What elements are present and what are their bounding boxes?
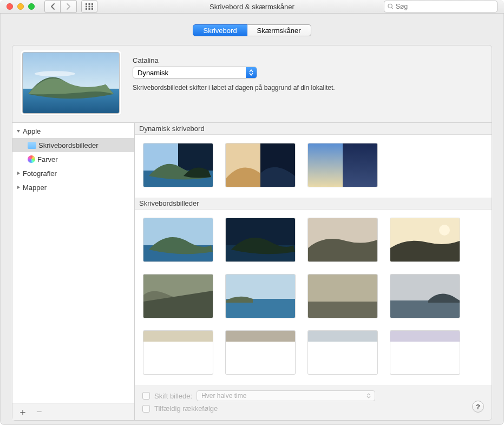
tab-desktop[interactable]: Skrivebord bbox=[193, 24, 247, 36]
window-title: Skrivebord & skærmskåner bbox=[210, 3, 294, 11]
svg-rect-4 bbox=[89, 6, 90, 8]
svg-rect-8 bbox=[91, 8, 93, 10]
grid-icon bbox=[86, 3, 93, 10]
random-order-checkbox[interactable] bbox=[142, 405, 150, 413]
svg-line-10 bbox=[391, 8, 393, 9]
search-input[interactable] bbox=[396, 3, 494, 10]
svg-rect-6 bbox=[86, 8, 87, 10]
chevron-updown-icon bbox=[246, 67, 257, 78]
sidebar-label: Farver bbox=[37, 155, 58, 164]
section-header-dynamic: Dynamisk skrivebord bbox=[135, 123, 492, 135]
sidebar-item-apple[interactable]: Apple bbox=[12, 124, 134, 138]
svg-rect-1 bbox=[89, 3, 90, 5]
color-wheel-icon bbox=[28, 155, 35, 163]
wallpaper-thumb[interactable] bbox=[390, 331, 460, 374]
change-picture-label: Skift billede: bbox=[154, 392, 192, 400]
change-picture-checkbox[interactable] bbox=[142, 392, 150, 400]
search-icon bbox=[388, 3, 394, 10]
nav-buttons bbox=[44, 0, 77, 13]
current-wallpaper-preview bbox=[22, 52, 120, 114]
sidebar-item-colors[interactable]: Farver bbox=[12, 152, 134, 166]
mode-select-value: Dynamisk bbox=[138, 69, 168, 77]
folder-icon bbox=[28, 142, 36, 149]
wallpaper-thumb[interactable] bbox=[226, 218, 295, 261]
svg-rect-0 bbox=[86, 3, 87, 5]
wallpaper-thumb[interactable] bbox=[226, 143, 295, 187]
random-order-label: Tilfældig rækkefølge bbox=[154, 404, 218, 413]
wallpaper-thumb[interactable] bbox=[308, 331, 377, 374]
chevron-updown-icon bbox=[365, 391, 372, 401]
svg-rect-34 bbox=[390, 300, 460, 318]
disclosure-triangle-icon bbox=[16, 185, 21, 190]
interval-select[interactable]: Hver halve time bbox=[197, 390, 375, 401]
svg-rect-20 bbox=[343, 143, 377, 187]
svg-point-27 bbox=[439, 225, 450, 236]
wallpaper-thumb[interactable] bbox=[143, 331, 213, 374]
zoom-button[interactable] bbox=[28, 3, 35, 10]
svg-rect-3 bbox=[86, 6, 87, 8]
tab-screensaver[interactable]: Skærmskåner bbox=[247, 24, 311, 36]
help-button[interactable]: ? bbox=[472, 401, 484, 413]
mode-description: Skrivebordsbilledet skifter i løbet af d… bbox=[133, 84, 482, 91]
show-all-button[interactable] bbox=[81, 0, 97, 13]
wallpaper-thumb[interactable] bbox=[143, 274, 213, 318]
sidebar-item-photos[interactable]: Fotografier bbox=[12, 166, 134, 180]
svg-rect-32 bbox=[308, 302, 377, 318]
back-button[interactable] bbox=[44, 0, 61, 13]
wallpaper-thumb[interactable] bbox=[308, 274, 377, 318]
forward-button[interactable] bbox=[61, 0, 77, 13]
sidebar-item-folders[interactable]: Mapper bbox=[12, 180, 134, 194]
svg-rect-37 bbox=[308, 331, 377, 342]
titlebar: Skrivebord & skærmskåner bbox=[0, 0, 504, 14]
section-header-pictures: Skrivebordsbilleder bbox=[135, 198, 492, 210]
minimize-button[interactable] bbox=[17, 3, 24, 10]
search-field[interactable] bbox=[384, 1, 498, 12]
wallpaper-thumb[interactable] bbox=[390, 274, 460, 318]
disclosure-triangle-icon bbox=[16, 171, 21, 176]
svg-rect-2 bbox=[91, 3, 93, 5]
wallpaper-thumb[interactable] bbox=[226, 331, 295, 374]
wallpaper-grid[interactable]: Dynamisk skrivebord Skrivebordsbilleder bbox=[135, 123, 492, 385]
svg-rect-36 bbox=[226, 331, 295, 342]
svg-rect-35 bbox=[143, 331, 213, 342]
wallpaper-thumb[interactable] bbox=[308, 218, 377, 261]
svg-point-9 bbox=[388, 4, 392, 8]
wallpaper-thumb[interactable] bbox=[143, 218, 213, 261]
close-button[interactable] bbox=[6, 3, 13, 10]
source-sidebar: Apple Skrivebordsbilleder Farver Fo bbox=[12, 123, 135, 420]
sidebar-label: Skrivebordsbilleder bbox=[38, 141, 99, 149]
wallpaper-thumb[interactable] bbox=[308, 143, 377, 187]
svg-rect-38 bbox=[390, 331, 460, 342]
remove-source-button[interactable]: − bbox=[36, 406, 42, 417]
interval-value: Hver halve time bbox=[201, 392, 246, 400]
sidebar-label: Fotografier bbox=[23, 169, 57, 178]
svg-rect-19 bbox=[308, 143, 343, 187]
sidebar-label: Mapper bbox=[23, 184, 47, 192]
svg-point-13 bbox=[35, 71, 75, 76]
mode-select[interactable]: Dynamisk bbox=[133, 67, 257, 79]
window-controls bbox=[6, 3, 35, 10]
wallpaper-thumb[interactable] bbox=[226, 274, 295, 318]
svg-rect-7 bbox=[89, 8, 90, 10]
sidebar-item-desktop-pictures[interactable]: Skrivebordsbilleder bbox=[12, 138, 134, 152]
wallpaper-thumb[interactable] bbox=[390, 218, 460, 261]
tab-bar: Skrivebord Skærmskåner bbox=[12, 24, 492, 36]
sidebar-label: Apple bbox=[23, 127, 41, 135]
wallpaper-name: Catalina bbox=[133, 56, 482, 64]
svg-rect-5 bbox=[91, 6, 93, 8]
disclosure-triangle-icon bbox=[16, 129, 21, 134]
wallpaper-thumb[interactable] bbox=[143, 143, 213, 187]
add-source-button[interactable]: ＋ bbox=[18, 406, 28, 419]
